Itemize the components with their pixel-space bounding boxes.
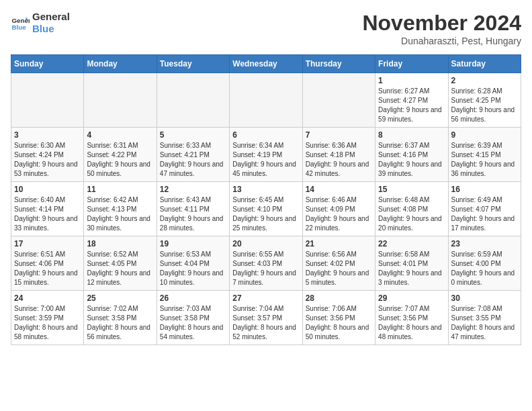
day-number: 19 <box>160 239 226 248</box>
calendar-cell: 11Sunrise: 6:42 AM Sunset: 4:13 PM Dayli… <box>84 182 157 236</box>
calendar-cell <box>302 73 375 128</box>
day-info: Sunrise: 6:31 AM Sunset: 4:22 PM Dayligh… <box>87 141 153 179</box>
calendar-body: 1Sunrise: 6:27 AM Sunset: 4:27 PM Daylig… <box>11 73 521 345</box>
calendar-cell: 12Sunrise: 6:43 AM Sunset: 4:11 PM Dayli… <box>157 182 229 236</box>
day-info: Sunrise: 6:37 AM Sunset: 4:16 PM Dayligh… <box>378 141 445 179</box>
day-info: Sunrise: 6:36 AM Sunset: 4:18 PM Dayligh… <box>306 141 372 179</box>
location-subtitle: Dunaharaszti, Pest, Hungary <box>362 36 521 46</box>
calendar-week-2: 3Sunrise: 6:30 AM Sunset: 4:24 PM Daylig… <box>11 128 521 182</box>
day-number: 20 <box>232 239 299 248</box>
day-number: 12 <box>160 185 226 194</box>
calendar-cell: 16Sunrise: 6:49 AM Sunset: 4:07 PM Dayli… <box>448 182 521 236</box>
calendar-header-row: SundayMondayTuesdayWednesdayThursdayFrid… <box>11 55 521 73</box>
day-number: 24 <box>14 293 81 303</box>
calendar-cell: 19Sunrise: 6:53 AM Sunset: 4:04 PM Dayli… <box>157 236 229 291</box>
day-info: Sunrise: 6:55 AM Sunset: 4:03 PM Dayligh… <box>232 250 299 287</box>
calendar-cell: 21Sunrise: 6:56 AM Sunset: 4:02 PM Dayli… <box>302 236 375 291</box>
day-number: 15 <box>378 185 445 194</box>
day-info: Sunrise: 6:45 AM Sunset: 4:10 PM Dayligh… <box>232 195 299 233</box>
day-info: Sunrise: 6:42 AM Sunset: 4:13 PM Dayligh… <box>87 195 153 233</box>
calendar-cell: 25Sunrise: 7:02 AM Sunset: 3:58 PM Dayli… <box>84 291 157 345</box>
calendar-cell: 7Sunrise: 6:36 AM Sunset: 4:18 PM Daylig… <box>302 128 375 182</box>
weekday-header-monday: Monday <box>84 55 157 73</box>
day-info: Sunrise: 6:49 AM Sunset: 4:07 PM Dayligh… <box>451 195 518 233</box>
calendar-cell: 18Sunrise: 6:52 AM Sunset: 4:05 PM Dayli… <box>84 236 157 291</box>
calendar-cell: 8Sunrise: 6:37 AM Sunset: 4:16 PM Daylig… <box>375 128 448 182</box>
logo-blue: Blue <box>32 23 70 35</box>
day-number: 5 <box>160 130 226 140</box>
calendar-cell: 5Sunrise: 6:33 AM Sunset: 4:21 PM Daylig… <box>157 128 229 182</box>
calendar-cell: 1Sunrise: 6:27 AM Sunset: 4:27 PM Daylig… <box>375 73 448 128</box>
title-area: November 2024 Dunaharaszti, Pest, Hungar… <box>362 11 521 46</box>
calendar-cell: 6Sunrise: 6:34 AM Sunset: 4:19 PM Daylig… <box>230 128 302 182</box>
day-number: 21 <box>306 239 372 248</box>
calendar-cell: 23Sunrise: 6:59 AM Sunset: 4:00 PM Dayli… <box>448 236 521 291</box>
logo: General Blue General Blue <box>11 11 70 35</box>
day-info: Sunrise: 6:39 AM Sunset: 4:15 PM Dayligh… <box>451 141 518 179</box>
calendar-cell <box>157 73 229 128</box>
weekday-header-tuesday: Tuesday <box>157 55 229 73</box>
svg-text:Blue: Blue <box>11 24 26 31</box>
calendar-week-5: 24Sunrise: 7:00 AM Sunset: 3:59 PM Dayli… <box>11 291 521 345</box>
calendar-cell: 29Sunrise: 7:07 AM Sunset: 3:56 PM Dayli… <box>375 291 448 345</box>
calendar-cell: 3Sunrise: 6:30 AM Sunset: 4:24 PM Daylig… <box>11 128 84 182</box>
weekday-header-sunday: Sunday <box>11 55 84 73</box>
day-number: 17 <box>14 239 81 248</box>
calendar-week-4: 17Sunrise: 6:51 AM Sunset: 4:06 PM Dayli… <box>11 236 521 291</box>
day-number: 13 <box>232 185 299 194</box>
day-number: 8 <box>378 130 445 140</box>
day-info: Sunrise: 6:43 AM Sunset: 4:11 PM Dayligh… <box>160 195 226 233</box>
day-number: 3 <box>14 130 81 140</box>
day-info: Sunrise: 6:59 AM Sunset: 4:00 PM Dayligh… <box>451 250 518 287</box>
calendar-cell: 14Sunrise: 6:46 AM Sunset: 4:09 PM Dayli… <box>302 182 375 236</box>
weekday-header-wednesday: Wednesday <box>230 55 302 73</box>
day-info: Sunrise: 6:56 AM Sunset: 4:02 PM Dayligh… <box>306 250 372 287</box>
page-header: General Blue General Blue November 2024 … <box>11 11 521 46</box>
day-info: Sunrise: 7:07 AM Sunset: 3:56 PM Dayligh… <box>378 304 445 342</box>
day-info: Sunrise: 7:00 AM Sunset: 3:59 PM Dayligh… <box>14 304 81 342</box>
logo-general: General <box>32 11 70 23</box>
calendar-cell: 13Sunrise: 6:45 AM Sunset: 4:10 PM Dayli… <box>230 182 302 236</box>
day-info: Sunrise: 6:34 AM Sunset: 4:19 PM Dayligh… <box>232 141 299 179</box>
day-number: 25 <box>87 293 153 303</box>
calendar-week-1: 1Sunrise: 6:27 AM Sunset: 4:27 PM Daylig… <box>11 73 521 128</box>
day-number: 16 <box>451 185 518 194</box>
calendar-cell <box>230 73 302 128</box>
day-info: Sunrise: 6:53 AM Sunset: 4:04 PM Dayligh… <box>160 250 226 287</box>
day-number: 11 <box>87 185 153 194</box>
calendar-cell: 28Sunrise: 7:06 AM Sunset: 3:56 PM Dayli… <box>302 291 375 345</box>
day-info: Sunrise: 6:28 AM Sunset: 4:25 PM Dayligh… <box>451 87 518 124</box>
day-info: Sunrise: 7:03 AM Sunset: 3:58 PM Dayligh… <box>160 304 226 342</box>
day-number: 29 <box>378 293 445 303</box>
calendar-cell: 30Sunrise: 7:08 AM Sunset: 3:55 PM Dayli… <box>448 291 521 345</box>
day-info: Sunrise: 6:51 AM Sunset: 4:06 PM Dayligh… <box>14 250 81 287</box>
day-number: 9 <box>451 130 518 140</box>
day-number: 7 <box>306 130 372 140</box>
day-info: Sunrise: 6:27 AM Sunset: 4:27 PM Dayligh… <box>378 87 445 124</box>
day-info: Sunrise: 6:40 AM Sunset: 4:14 PM Dayligh… <box>14 195 81 233</box>
day-number: 4 <box>87 130 153 140</box>
day-number: 10 <box>14 185 81 194</box>
day-number: 26 <box>160 293 226 303</box>
day-info: Sunrise: 6:33 AM Sunset: 4:21 PM Dayligh… <box>160 141 226 179</box>
day-number: 14 <box>306 185 372 194</box>
day-info: Sunrise: 6:52 AM Sunset: 4:05 PM Dayligh… <box>87 250 153 287</box>
calendar-cell <box>84 73 157 128</box>
calendar-cell: 22Sunrise: 6:58 AM Sunset: 4:01 PM Dayli… <box>375 236 448 291</box>
day-number: 6 <box>232 130 299 140</box>
calendar-cell: 4Sunrise: 6:31 AM Sunset: 4:22 PM Daylig… <box>84 128 157 182</box>
day-number: 18 <box>87 239 153 248</box>
day-info: Sunrise: 6:46 AM Sunset: 4:09 PM Dayligh… <box>306 195 372 233</box>
day-info: Sunrise: 6:48 AM Sunset: 4:08 PM Dayligh… <box>378 195 445 233</box>
day-info: Sunrise: 6:58 AM Sunset: 4:01 PM Dayligh… <box>378 250 445 287</box>
calendar-cell: 9Sunrise: 6:39 AM Sunset: 4:15 PM Daylig… <box>448 128 521 182</box>
calendar-week-3: 10Sunrise: 6:40 AM Sunset: 4:14 PM Dayli… <box>11 182 521 236</box>
day-info: Sunrise: 7:04 AM Sunset: 3:57 PM Dayligh… <box>232 304 299 342</box>
calendar-cell: 20Sunrise: 6:55 AM Sunset: 4:03 PM Dayli… <box>230 236 302 291</box>
logo-icon: General Blue <box>11 13 30 32</box>
day-info: Sunrise: 7:06 AM Sunset: 3:56 PM Dayligh… <box>306 304 372 342</box>
calendar-cell <box>11 73 84 128</box>
calendar-cell: 27Sunrise: 7:04 AM Sunset: 3:57 PM Dayli… <box>230 291 302 345</box>
day-info: Sunrise: 7:02 AM Sunset: 3:58 PM Dayligh… <box>87 304 153 342</box>
day-info: Sunrise: 6:30 AM Sunset: 4:24 PM Dayligh… <box>14 141 81 179</box>
